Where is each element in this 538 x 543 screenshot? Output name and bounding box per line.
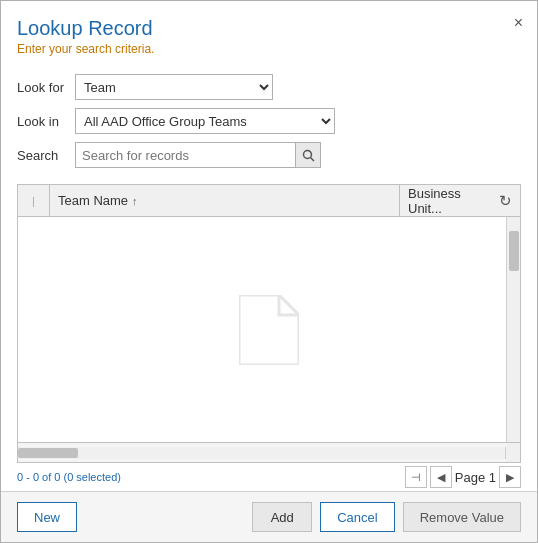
scroll-corner — [506, 443, 520, 463]
dialog-header: Lookup Record Enter your search criteria… — [1, 1, 537, 64]
grid-body — [18, 217, 520, 442]
lookup-record-dialog: Lookup Record Enter your search criteria… — [0, 0, 538, 543]
header-checkbox-cell: | — [18, 185, 50, 216]
business-unit-column-header[interactable]: Business Unit... ↻ — [400, 185, 520, 216]
search-wrapper — [75, 142, 321, 168]
svg-point-0 — [303, 150, 311, 158]
horizontal-scrollbar-thumb[interactable] — [18, 448, 78, 458]
add-button[interactable]: Add — [252, 502, 312, 532]
horizontal-scrollbar[interactable] — [18, 447, 506, 459]
grid-section: | Team Name ↑ Business Unit... ↻ — [17, 184, 521, 463]
empty-state-icon — [239, 295, 299, 365]
look-for-row: Look for Team — [17, 74, 521, 100]
remove-value-button[interactable]: Remove Value — [403, 502, 521, 532]
business-unit-column-label: Business Unit... — [408, 186, 495, 216]
sort-arrow-icon: ↑ — [132, 195, 138, 207]
close-button[interactable]: × — [514, 15, 523, 31]
dialog-subtitle: Enter your search criteria. — [17, 42, 521, 56]
refresh-button[interactable]: ↻ — [499, 192, 512, 210]
page-label: Page 1 — [455, 470, 496, 485]
vertical-scrollbar-thumb[interactable] — [509, 231, 519, 271]
next-page-button[interactable]: ▶ — [499, 466, 521, 488]
first-page-button[interactable]: ⊣ — [405, 466, 427, 488]
grid-footer-bar — [18, 442, 520, 462]
new-button[interactable]: New — [17, 502, 77, 532]
search-icon — [302, 149, 315, 162]
look-for-label: Look for — [17, 80, 75, 95]
footer-buttons: New Add Cancel Remove Value — [1, 491, 537, 542]
search-button[interactable] — [295, 142, 321, 168]
prev-page-button[interactable]: ◀ — [430, 466, 452, 488]
search-input[interactable] — [75, 142, 295, 168]
record-count: 0 - 0 of 0 (0 selected) — [17, 471, 121, 483]
form-section: Look for Team Look in All AAD Office Gro… — [1, 64, 537, 184]
status-pagination-row: 0 - 0 of 0 (0 selected) ⊣ ◀ Page 1 ▶ — [1, 463, 537, 491]
vertical-scrollbar[interactable] — [506, 217, 520, 442]
grid-header: | Team Name ↑ Business Unit... ↻ — [18, 185, 520, 217]
svg-line-1 — [310, 157, 314, 161]
pagination-controls: ⊣ ◀ Page 1 ▶ — [405, 466, 521, 488]
search-label: Search — [17, 148, 75, 163]
search-row: Search — [17, 142, 521, 168]
dialog-title: Lookup Record — [17, 17, 521, 40]
look-for-select[interactable]: Team — [75, 74, 273, 100]
no-records-icon — [239, 295, 299, 365]
look-in-label: Look in — [17, 114, 75, 129]
team-name-column-header[interactable]: Team Name ↑ — [50, 185, 400, 216]
look-in-row: Look in All AAD Office Group Teams — [17, 108, 521, 134]
team-name-column-label: Team Name — [58, 193, 128, 208]
cancel-button[interactable]: Cancel — [320, 502, 394, 532]
look-in-select[interactable]: All AAD Office Group Teams — [75, 108, 335, 134]
checkbox-indicator: | — [32, 195, 35, 207]
